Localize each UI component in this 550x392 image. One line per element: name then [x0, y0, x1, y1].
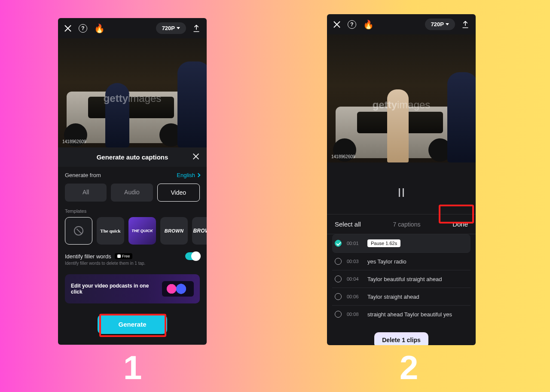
- flame-icon[interactable]: 🔥: [94, 23, 105, 34]
- none-icon: [74, 226, 83, 236]
- caption-item[interactable]: 00:06 Taylor straight ahead: [332, 288, 471, 306]
- close-icon[interactable]: [192, 153, 199, 160]
- step-number: 1: [123, 348, 142, 387]
- caption-text: Taylor beautiful straight ahead: [367, 276, 442, 282]
- checkbox-icon[interactable]: [335, 293, 342, 300]
- phone-screen-1: ? 🔥 720P gettyimages 1418962609 Generate…: [58, 18, 207, 345]
- top-bar: ? 🔥 720P: [58, 18, 207, 38]
- templates-label: Templates: [58, 207, 207, 217]
- resolution-label: 720P: [162, 25, 175, 31]
- panel-title-bar: Generate auto captions: [58, 147, 207, 167]
- podcast-cta-label: Edit your video podcasts in one click: [71, 283, 157, 295]
- generate-from-row: Generate from English: [58, 167, 207, 184]
- timestamp: 00:06: [347, 294, 362, 299]
- chevron-down-icon: [446, 23, 449, 25]
- caption-item[interactable]: 00:04 Taylor beautiful straight ahead: [332, 270, 471, 288]
- filler-words-toggle[interactable]: [185, 252, 200, 260]
- podcast-cta-card[interactable]: Edit your video podcasts in one click: [65, 274, 200, 303]
- wave-graphic: [162, 281, 194, 297]
- asset-id: 1418962609: [331, 154, 355, 159]
- asset-id: 1418962609: [62, 139, 86, 144]
- checkbox-icon[interactable]: [335, 276, 342, 282]
- caption-item[interactable]: 00:03 yes Taylor radio: [332, 253, 471, 270]
- pause-icon[interactable]: [327, 162, 476, 214]
- pause-chip: Pause 1.62s: [367, 239, 400, 247]
- step-number: 2: [400, 348, 418, 387]
- help-icon[interactable]: ?: [348, 20, 356, 29]
- person-shape: [447, 72, 476, 162]
- chevron-down-icon: [177, 27, 180, 29]
- watermark: gettyimages: [373, 99, 431, 111]
- phone-screen-2: ? 🔥 720P gettyimages 1418962609 Select a…: [327, 14, 476, 345]
- filler-words-title: Identify filler words Free: [65, 253, 132, 260]
- top-bar: ? 🔥 720P: [327, 14, 476, 34]
- captions-list: 00:01 Pause 1.62s 00:03 yes Taylor radio…: [327, 234, 476, 323]
- caption-text: straight ahead Taylor beautiful yes: [367, 311, 452, 318]
- chevron-right-icon: [196, 173, 201, 178]
- caption-text: yes Taylor radio: [367, 258, 406, 265]
- generate-button[interactable]: Generate: [98, 315, 167, 334]
- export-icon[interactable]: [192, 24, 201, 33]
- caption-item[interactable]: 00:08 straight ahead Taylor beautiful ye…: [332, 306, 471, 323]
- checkbox-icon[interactable]: [335, 258, 342, 265]
- close-icon[interactable]: [333, 21, 341, 28]
- video-preview[interactable]: gettyimages 1418962609: [327, 34, 476, 162]
- template-option[interactable]: THE QUICK: [128, 217, 156, 245]
- templates-row[interactable]: The quick THE QUICK BROWN BROW: [58, 217, 207, 245]
- template-option[interactable]: The quick: [97, 217, 124, 245]
- template-none[interactable]: [65, 217, 92, 245]
- flame-icon[interactable]: 🔥: [363, 19, 374, 30]
- resolution-label: 720P: [431, 21, 444, 28]
- select-all-button[interactable]: Select all: [335, 220, 361, 228]
- tab-all[interactable]: All: [65, 184, 107, 202]
- checkbox-icon[interactable]: [335, 311, 342, 318]
- panel-title: Generate auto captions: [97, 153, 168, 161]
- timestamp: 00:08: [347, 312, 362, 317]
- tab-video[interactable]: Video: [157, 184, 200, 202]
- checkbox-icon[interactable]: [335, 240, 342, 247]
- template-option[interactable]: BROWN: [160, 217, 188, 245]
- close-icon[interactable]: [64, 24, 72, 32]
- timestamp: 00:04: [347, 276, 362, 282]
- language-selector[interactable]: English: [177, 172, 200, 178]
- template-option[interactable]: BROW: [192, 217, 207, 245]
- filler-words-subtitle: Identify filler words to delete them in …: [58, 261, 207, 271]
- person-shape: [177, 61, 207, 147]
- help-icon[interactable]: ?: [79, 24, 87, 33]
- caption-item[interactable]: 00:01 Pause 1.62s: [332, 234, 471, 253]
- timestamp: 00:03: [347, 259, 362, 264]
- free-badge: Free: [115, 253, 133, 259]
- watermark: gettyimages: [104, 92, 162, 104]
- source-tabs: All Audio Video: [58, 184, 207, 207]
- filler-words-row: Identify filler words Free: [58, 245, 207, 261]
- resolution-button[interactable]: 720P: [425, 18, 455, 30]
- tab-audio[interactable]: Audio: [111, 184, 153, 202]
- video-preview[interactable]: gettyimages 1418962609: [58, 38, 207, 147]
- captions-header: Select all 7 captions Done: [327, 214, 476, 234]
- generate-from-label: Generate from: [65, 172, 101, 178]
- export-icon[interactable]: [461, 20, 470, 29]
- resolution-button[interactable]: 720P: [156, 22, 186, 34]
- delete-clips-button[interactable]: Delete 1 clips: [374, 332, 428, 345]
- caption-count: 7 captions: [393, 221, 421, 228]
- caption-text: Taylor straight ahead: [367, 294, 419, 300]
- timestamp: 00:01: [347, 241, 362, 246]
- done-button[interactable]: Done: [452, 220, 468, 228]
